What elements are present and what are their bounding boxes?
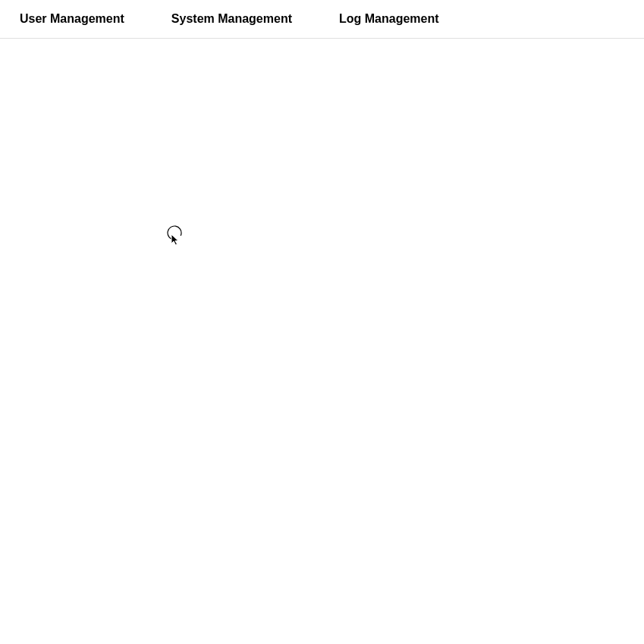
- content-area: [0, 39, 644, 644]
- nav-item-system-management[interactable]: System Management: [171, 12, 292, 26]
- loading-spinner-icon: [167, 225, 182, 240]
- nav-item-log-management[interactable]: Log Management: [339, 12, 439, 26]
- nav-item-user-management[interactable]: User Management: [20, 12, 124, 26]
- svg-point-0: [167, 225, 182, 240]
- top-nav-bar: User Management System Management Log Ma…: [0, 0, 644, 39]
